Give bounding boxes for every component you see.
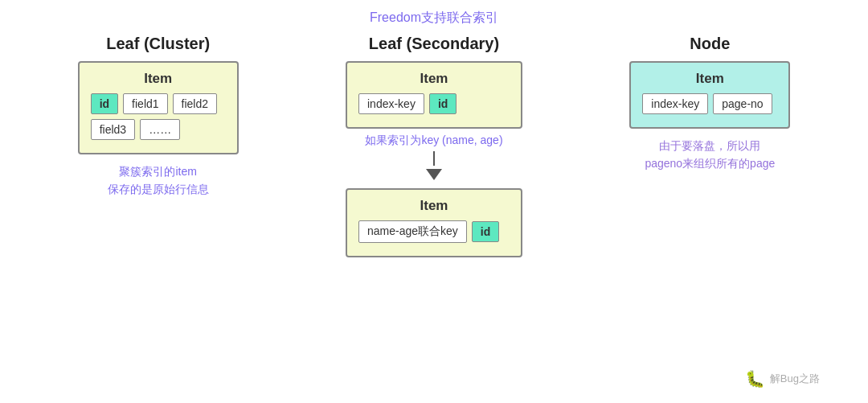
col1-heading: Leaf (Cluster)	[106, 35, 210, 53]
col3-row1: index-key page-no	[642, 93, 777, 114]
col1-cell-field2: field2	[173, 93, 217, 114]
col2-cell-id2: id	[472, 221, 499, 242]
col-node: Node Item index-key page-no 由于要落盘，所以用pag…	[584, 35, 836, 173]
col2-cell-name-age: name-age联合key	[358, 220, 467, 243]
col1-cell-field1: field1	[123, 93, 167, 114]
col2-box2: Item name-age联合key id	[346, 188, 522, 257]
col2-cell-index-key: index-key	[358, 93, 424, 114]
col2-arrow-label: 如果索引为key (name, age)	[365, 134, 502, 148]
col3-heading: Node	[690, 35, 730, 53]
col-leaf-secondary: Leaf (Secondary) Item index-key id 如果索引为…	[308, 35, 559, 257]
arrow-head	[426, 169, 442, 180]
columns-layout: Leaf (Cluster) Item id field1 field2 fie…	[0, 35, 868, 257]
col2-box1-row1: index-key id	[358, 93, 510, 114]
col1-desc-text: 聚簇索引的item保存的是原始行信息	[108, 165, 209, 195]
page-title: Freedom支持联合索引	[370, 10, 498, 27]
col3-cell-index-key: index-key	[642, 93, 708, 114]
col2-cell-id: id	[429, 93, 457, 114]
col1-box-title: Item	[91, 71, 226, 87]
watermark-text: 解Bug之路	[770, 372, 820, 386]
col2-heading: Leaf (Secondary)	[369, 35, 499, 53]
col3-box-title: Item	[642, 71, 777, 87]
col1-item-box: Item id field1 field2 field3 ……	[78, 61, 239, 154]
col1-cell-id: id	[91, 93, 118, 114]
col-leaf-cluster: Leaf (Cluster) Item id field1 field2 fie…	[32, 35, 284, 199]
col1-row1: id field1 field2	[91, 93, 226, 114]
watermark-icon: 🐛	[745, 369, 765, 389]
col1-cell-dots: ……	[140, 119, 180, 140]
watermark: 🐛 解Bug之路	[745, 369, 820, 389]
page-container: Freedom支持联合索引 Leaf (Cluster) Item id fie…	[0, 0, 868, 403]
col2-box2-row1: name-age联合key id	[358, 220, 510, 243]
col3-item-box: Item index-key page-no	[629, 61, 790, 129]
arrow-bar	[433, 151, 435, 166]
col2-box1-title: Item	[358, 71, 510, 87]
col1-desc: 聚簇索引的item保存的是原始行信息	[108, 162, 209, 199]
col2-box1: Item index-key id	[346, 61, 522, 129]
col3-cell-page-no: page-no	[713, 93, 772, 114]
col1-row2: field3 ……	[91, 119, 226, 140]
col2-arrow	[426, 151, 442, 183]
col1-cell-field3: field3	[91, 119, 135, 140]
col3-desc: 由于要落盘，所以用pageno来组织所有的page	[645, 137, 775, 173]
col3-desc-text: 由于要落盘，所以用pageno来组织所有的page	[645, 139, 775, 170]
col2-content: Item index-key id 如果索引为key (name, age) I…	[308, 61, 559, 257]
col2-box2-title: Item	[358, 198, 510, 214]
